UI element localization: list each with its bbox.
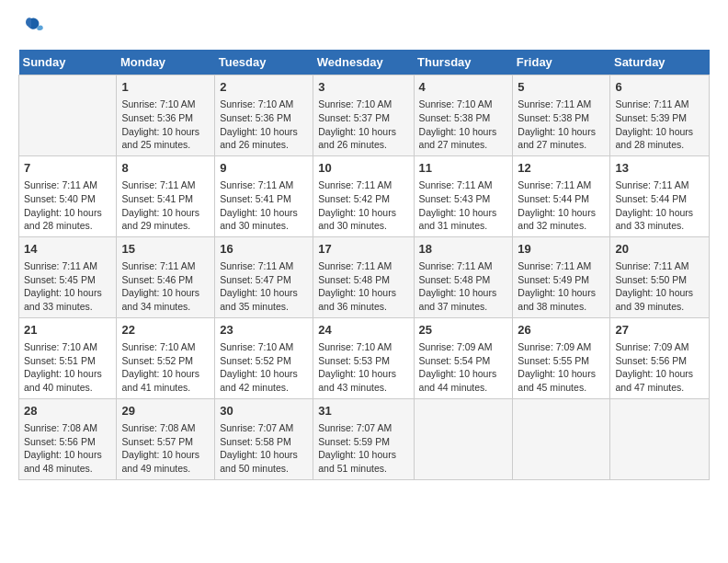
calendar-cell: 12Sunrise: 7:11 AMSunset: 5:44 PMDayligh…	[513, 155, 610, 236]
day-info: Sunrise: 7:11 AMSunset: 5:41 PMDaylight:…	[121, 178, 210, 233]
day-info: Sunrise: 7:07 AMSunset: 5:59 PMDaylight:…	[318, 421, 408, 476]
calendar-cell: 1Sunrise: 7:10 AMSunset: 5:36 PMDaylight…	[117, 75, 215, 156]
calendar-cell: 20Sunrise: 7:11 AMSunset: 5:50 PMDayligh…	[610, 236, 710, 317]
calendar-cell: 21Sunrise: 7:10 AMSunset: 5:51 PMDayligh…	[19, 317, 117, 398]
day-number: 10	[318, 160, 408, 177]
day-info: Sunrise: 7:11 AMSunset: 5:42 PMDaylight:…	[318, 178, 408, 233]
day-number: 5	[518, 79, 605, 96]
day-info: Sunrise: 7:07 AMSunset: 5:58 PMDaylight:…	[220, 421, 308, 476]
header-row: SundayMondayTuesdayWednesdayThursdayFrid…	[19, 50, 710, 75]
day-info: Sunrise: 7:10 AMSunset: 5:52 PMDaylight:…	[121, 340, 210, 395]
day-number: 22	[121, 322, 210, 339]
logo	[18, 15, 48, 40]
calendar-cell: 4Sunrise: 7:10 AMSunset: 5:38 PMDaylight…	[414, 75, 513, 156]
day-info: Sunrise: 7:11 AMSunset: 5:44 PMDaylight:…	[518, 178, 605, 233]
calendar-cell: 16Sunrise: 7:11 AMSunset: 5:47 PMDayligh…	[215, 236, 313, 317]
calendar-cell: 3Sunrise: 7:10 AMSunset: 5:37 PMDaylight…	[313, 75, 414, 156]
header-day-tuesday: Tuesday	[215, 50, 313, 75]
day-info: Sunrise: 7:11 AMSunset: 5:38 PMDaylight:…	[518, 98, 605, 152]
week-row-0: 1Sunrise: 7:10 AMSunset: 5:36 PMDaylight…	[19, 75, 710, 156]
day-number: 6	[615, 79, 704, 96]
day-number: 14	[24, 241, 111, 258]
day-info: Sunrise: 7:09 AMSunset: 5:56 PMDaylight:…	[615, 340, 704, 395]
header-day-monday: Monday	[117, 50, 215, 75]
day-number: 20	[615, 241, 704, 258]
day-info: Sunrise: 7:09 AMSunset: 5:55 PMDaylight:…	[518, 340, 605, 395]
day-number: 12	[518, 160, 605, 177]
day-info: Sunrise: 7:10 AMSunset: 5:38 PMDaylight:…	[419, 98, 508, 152]
day-number: 28	[24, 403, 111, 419]
day-number: 11	[419, 160, 508, 177]
calendar-body: 1Sunrise: 7:10 AMSunset: 5:36 PMDaylight…	[19, 75, 710, 480]
day-info: Sunrise: 7:11 AMSunset: 5:49 PMDaylight:…	[518, 259, 605, 314]
week-row-4: 28Sunrise: 7:08 AMSunset: 5:56 PMDayligh…	[19, 398, 710, 479]
header-day-sunday: Sunday	[19, 50, 117, 75]
day-info: Sunrise: 7:11 AMSunset: 5:46 PMDaylight:…	[121, 259, 210, 314]
calendar-cell: 23Sunrise: 7:10 AMSunset: 5:52 PMDayligh…	[215, 317, 313, 398]
calendar-table: SundayMondayTuesdayWednesdayThursdayFrid…	[18, 50, 710, 480]
calendar-cell: 22Sunrise: 7:10 AMSunset: 5:52 PMDayligh…	[117, 317, 215, 398]
header-day-wednesday: Wednesday	[313, 50, 414, 75]
day-info: Sunrise: 7:08 AMSunset: 5:57 PMDaylight:…	[121, 421, 210, 476]
calendar-cell: 6Sunrise: 7:11 AMSunset: 5:39 PMDaylight…	[610, 75, 710, 156]
day-info: Sunrise: 7:11 AMSunset: 5:41 PMDaylight:…	[220, 178, 308, 233]
week-row-3: 21Sunrise: 7:10 AMSunset: 5:51 PMDayligh…	[19, 317, 710, 398]
day-info: Sunrise: 7:11 AMSunset: 5:50 PMDaylight:…	[615, 259, 704, 314]
day-info: Sunrise: 7:11 AMSunset: 5:48 PMDaylight:…	[318, 259, 408, 314]
day-number: 26	[518, 322, 605, 339]
day-info: Sunrise: 7:11 AMSunset: 5:39 PMDaylight:…	[615, 98, 704, 152]
day-number: 16	[220, 241, 308, 258]
day-info: Sunrise: 7:11 AMSunset: 5:45 PMDaylight:…	[24, 259, 111, 314]
calendar-cell: 13Sunrise: 7:11 AMSunset: 5:44 PMDayligh…	[610, 155, 710, 236]
calendar-cell: 14Sunrise: 7:11 AMSunset: 5:45 PMDayligh…	[19, 236, 117, 317]
calendar-cell	[19, 75, 117, 156]
day-number: 1	[121, 79, 210, 96]
calendar-cell: 31Sunrise: 7:07 AMSunset: 5:59 PMDayligh…	[313, 398, 414, 479]
calendar-cell: 15Sunrise: 7:11 AMSunset: 5:46 PMDayligh…	[117, 236, 215, 317]
day-number: 29	[121, 403, 210, 419]
day-number: 25	[419, 322, 508, 339]
calendar-cell: 29Sunrise: 7:08 AMSunset: 5:57 PMDayligh…	[117, 398, 215, 479]
day-number: 19	[518, 241, 605, 258]
day-number: 8	[121, 160, 210, 177]
day-number: 21	[24, 322, 111, 339]
calendar-header: SundayMondayTuesdayWednesdayThursdayFrid…	[19, 50, 710, 75]
day-number: 9	[220, 160, 308, 177]
calendar-cell: 17Sunrise: 7:11 AMSunset: 5:48 PMDayligh…	[313, 236, 414, 317]
calendar-cell: 2Sunrise: 7:10 AMSunset: 5:36 PMDaylight…	[215, 75, 313, 156]
day-number: 31	[318, 403, 408, 419]
calendar-cell	[513, 398, 610, 479]
day-number: 24	[318, 322, 408, 339]
calendar-cell: 10Sunrise: 7:11 AMSunset: 5:42 PMDayligh…	[313, 155, 414, 236]
calendar-cell: 27Sunrise: 7:09 AMSunset: 5:56 PMDayligh…	[610, 317, 710, 398]
day-info: Sunrise: 7:10 AMSunset: 5:36 PMDaylight:…	[220, 98, 308, 152]
day-number: 18	[419, 241, 508, 258]
calendar-cell: 11Sunrise: 7:11 AMSunset: 5:43 PMDayligh…	[414, 155, 513, 236]
day-info: Sunrise: 7:08 AMSunset: 5:56 PMDaylight:…	[24, 421, 111, 476]
calendar-cell: 5Sunrise: 7:11 AMSunset: 5:38 PMDaylight…	[513, 75, 610, 156]
calendar-cell: 24Sunrise: 7:10 AMSunset: 5:53 PMDayligh…	[313, 317, 414, 398]
day-info: Sunrise: 7:11 AMSunset: 5:47 PMDaylight:…	[220, 259, 308, 314]
day-info: Sunrise: 7:10 AMSunset: 5:51 PMDaylight:…	[24, 340, 111, 395]
calendar-cell	[610, 398, 710, 479]
day-number: 13	[615, 160, 704, 177]
day-number: 2	[220, 79, 308, 96]
calendar-cell	[414, 398, 513, 479]
day-info: Sunrise: 7:10 AMSunset: 5:53 PMDaylight:…	[318, 340, 408, 395]
day-info: Sunrise: 7:11 AMSunset: 5:44 PMDaylight:…	[615, 178, 704, 233]
header-day-thursday: Thursday	[414, 50, 513, 75]
calendar-cell: 30Sunrise: 7:07 AMSunset: 5:58 PMDayligh…	[215, 398, 313, 479]
day-info: Sunrise: 7:11 AMSunset: 5:48 PMDaylight:…	[419, 259, 508, 314]
header	[18, 15, 710, 40]
calendar-cell: 8Sunrise: 7:11 AMSunset: 5:41 PMDaylight…	[117, 155, 215, 236]
calendar-cell: 25Sunrise: 7:09 AMSunset: 5:54 PMDayligh…	[414, 317, 513, 398]
day-number: 30	[220, 403, 308, 419]
calendar-cell: 19Sunrise: 7:11 AMSunset: 5:49 PMDayligh…	[513, 236, 610, 317]
page: SundayMondayTuesdayWednesdayThursdayFrid…	[0, 0, 728, 495]
day-number: 7	[24, 160, 111, 177]
day-info: Sunrise: 7:09 AMSunset: 5:54 PMDaylight:…	[419, 340, 508, 395]
day-number: 4	[419, 79, 508, 96]
week-row-2: 14Sunrise: 7:11 AMSunset: 5:45 PMDayligh…	[19, 236, 710, 317]
day-number: 27	[615, 322, 704, 339]
day-number: 3	[318, 79, 408, 96]
